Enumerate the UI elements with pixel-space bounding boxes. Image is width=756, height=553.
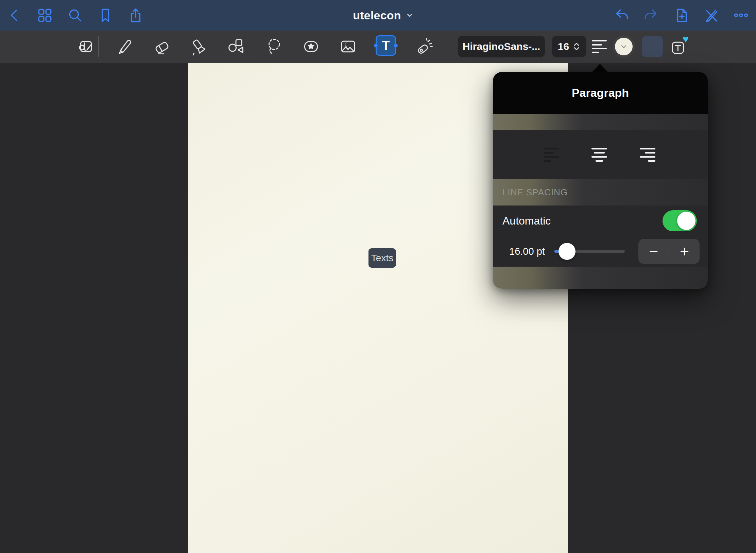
more-options-button[interactable]: [730, 4, 752, 26]
image-icon: [339, 37, 358, 56]
undo-button[interactable]: [610, 4, 633, 26]
navbar-left-group: [3, 4, 147, 26]
text-object-label: Texts: [371, 253, 393, 264]
toggle-knob: [677, 212, 695, 230]
align-right-option[interactable]: [640, 141, 655, 168]
share-icon: [127, 7, 144, 24]
align-center-icon: [591, 148, 607, 162]
paragraph-alignment-button[interactable]: [588, 35, 611, 58]
laser-pointer-icon: [414, 37, 433, 56]
tool-highlighter[interactable]: [188, 35, 210, 58]
back-chevron-icon: [6, 7, 23, 24]
text-object[interactable]: Texts: [368, 248, 396, 268]
line-spacing-section-header: LINE SPACING: [493, 179, 708, 206]
bookmark-icon: [97, 7, 114, 24]
navbar-right-group: [610, 4, 752, 26]
paragraph-popover: Paragraph LINE SPACING Automatic: [493, 72, 708, 289]
line-spacing-label: LINE SPACING: [502, 187, 568, 198]
lasso-icon: [264, 37, 284, 56]
spacing-stepper: − +: [638, 239, 700, 264]
tool-image[interactable]: [337, 35, 359, 58]
spacing-increase-button[interactable]: +: [669, 239, 700, 264]
notes-app-screen: utelecon: [0, 0, 756, 553]
spacing-value: 16.00 pt: [509, 246, 545, 257]
automatic-row: Automatic: [493, 206, 708, 236]
stepper-chevrons-icon: [572, 42, 581, 51]
popover-arrow: [591, 64, 608, 73]
share-button[interactable]: [124, 4, 147, 26]
highlighter-icon: [190, 37, 209, 56]
popover-panel: Paragraph LINE SPACING Automatic: [493, 72, 708, 289]
align-left-option-selected[interactable]: [540, 141, 562, 168]
tool-lasso[interactable]: [263, 35, 285, 58]
back-button[interactable]: [3, 4, 26, 26]
spacing-decrease-button[interactable]: −: [638, 239, 669, 264]
top-navigation-bar: utelecon: [0, 0, 756, 31]
heart-badge-icon: ♥: [683, 34, 689, 44]
spacing-value-row: 16.00 pt − +: [493, 236, 708, 267]
grid-view-icon: [36, 7, 53, 24]
read-only-mode-button[interactable]: [700, 4, 722, 26]
automatic-label: Automatic: [502, 215, 551, 227]
search-icon: [67, 7, 84, 24]
document-title: utelecon: [353, 9, 401, 22]
spacing-slider-thumb[interactable]: [559, 243, 575, 260]
tool-handwriting[interactable]: [74, 35, 97, 58]
ellipsis-icon: [733, 7, 750, 24]
thumbnail-grid-button[interactable]: [34, 4, 56, 26]
redo-icon: [643, 7, 660, 24]
pencil-slash-icon: [703, 7, 720, 24]
align-left-icon: [592, 40, 607, 53]
editing-toolbar: T HiraginoSans-... 16 ♥: [0, 31, 756, 63]
add-page-button[interactable]: [670, 4, 692, 26]
popover-band-bottom: [493, 267, 708, 289]
pen-icon: [114, 37, 133, 56]
search-button[interactable]: [64, 4, 86, 26]
document-title-button[interactable]: utelecon: [351, 0, 416, 31]
color-swatch-cream: [615, 38, 633, 55]
toolbar-divider: [98, 36, 99, 57]
alignment-row: [493, 130, 708, 179]
popover-title: Paragraph: [572, 86, 629, 100]
favorite-text-style-button[interactable]: ♥: [667, 35, 689, 58]
text-color-button[interactable]: [613, 35, 635, 58]
font-size-value: 16: [558, 41, 569, 52]
align-left-icon: [544, 148, 559, 162]
tool-shapes[interactable]: [225, 35, 247, 58]
line-spacing-controls: Automatic 16.00 pt − +: [493, 206, 708, 267]
chevron-down-icon: [406, 11, 414, 19]
align-right-icon: [640, 148, 655, 162]
automatic-toggle-on[interactable]: [663, 210, 697, 231]
tool-text-selected[interactable]: T: [376, 35, 396, 56]
redo-button[interactable]: [640, 4, 663, 26]
tool-elements[interactable]: [300, 35, 322, 58]
font-size-button[interactable]: 16: [552, 36, 586, 57]
align-center-option[interactable]: [591, 141, 607, 168]
font-family-button[interactable]: HiraginoSans-...: [458, 36, 545, 57]
font-family-label: HiraginoSans-...: [463, 41, 540, 52]
tool-eraser[interactable]: [150, 35, 173, 58]
popover-header: Paragraph: [493, 72, 708, 114]
eraser-icon: [152, 37, 171, 56]
sticker-star-icon: [302, 37, 321, 56]
popover-band-top: [493, 114, 708, 130]
undo-icon: [613, 7, 630, 24]
bookmark-button[interactable]: [94, 4, 117, 26]
chevron-down-icon: [619, 42, 628, 51]
add-page-icon: [673, 7, 690, 24]
text-tool-glyph: T: [382, 39, 390, 52]
tool-laser-pointer[interactable]: [412, 35, 434, 58]
dimmed-selection-highlight: [642, 36, 663, 57]
tool-pen[interactable]: [113, 35, 135, 58]
shapes-icon: [226, 37, 245, 56]
handwriting-icon: [76, 37, 95, 56]
